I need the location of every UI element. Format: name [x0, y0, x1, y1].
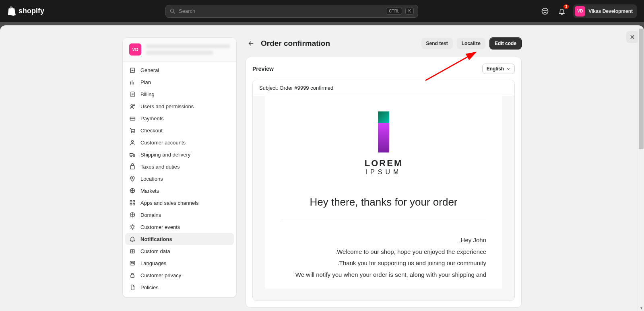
- scrollbar-thumb[interactable]: [639, 29, 644, 149]
- search-wrap: CTRL K: [51, 5, 533, 18]
- profile-menu[interactable]: VD Vikas Development: [573, 4, 637, 18]
- sidebar-item-label: Shipping and delivery: [140, 152, 190, 158]
- sidebar-item-policies[interactable]: Policies: [125, 281, 234, 293]
- svg-rect-27: [131, 275, 134, 277]
- search-bar[interactable]: CTRL K: [165, 5, 418, 18]
- shopify-logo[interactable]: shopify: [7, 6, 44, 16]
- close-overlay-button[interactable]: [626, 31, 638, 43]
- sidebar-item-label: Notifications: [140, 236, 172, 242]
- card-icon: [129, 115, 136, 122]
- main: Order confirmation Send test Localize Ed…: [246, 37, 522, 311]
- email-logo: LOREM IPSUM: [281, 111, 486, 176]
- email-line: .Welcome to our shop, hope you enjoyed t…: [281, 246, 486, 258]
- logo-text-1: LOREM: [365, 158, 402, 169]
- email-body: LOREM IPSUM Hey there, thanks for your o…: [253, 96, 514, 301]
- sidebar-item-label: Customer privacy: [140, 272, 181, 278]
- language-value: English: [487, 66, 504, 72]
- sidebar-item-markets[interactable]: Markets: [125, 185, 234, 197]
- svg-point-13: [132, 140, 134, 142]
- agent-icon: [541, 7, 549, 15]
- arrow-left-icon: [248, 40, 255, 47]
- localize-button[interactable]: Localize: [457, 38, 485, 49]
- email-line: ,Hey John: [281, 235, 486, 246]
- sidebar-item-languages[interactable]: Languages: [125, 257, 234, 269]
- email-line: .Thank you for supporting us and joining…: [281, 257, 486, 269]
- subject-label: Subject:: [259, 85, 278, 91]
- sidebar-item-checkout[interactable]: Checkout: [125, 124, 234, 136]
- subject-value: Order #9999 confirmed: [280, 85, 334, 91]
- send-test-button[interactable]: Send test: [421, 38, 453, 49]
- svg-rect-17: [130, 166, 134, 169]
- svg-point-11: [132, 132, 132, 133]
- topbar-right: 3 VD Vikas Development: [539, 4, 637, 18]
- sidebar-item-custom-data[interactable]: Custom data: [125, 245, 234, 257]
- sidebar-item-general[interactable]: General: [125, 64, 234, 76]
- sidebar-item-label: Customer events: [140, 224, 180, 230]
- sidebar-item-domains[interactable]: Domains: [125, 209, 234, 221]
- receipt-icon: [129, 91, 136, 97]
- search-icon: [170, 8, 175, 14]
- email-paragraphs: ,Hey John.Welcome to our shop, hope you …: [281, 235, 486, 280]
- page-title: Order confirmation: [261, 39, 417, 48]
- sidebar-item-locations[interactable]: Locations: [125, 173, 234, 185]
- shopify-bag-icon: [7, 6, 16, 16]
- sidebar-item-payments[interactable]: Payments: [125, 112, 234, 124]
- svg-rect-23: [133, 204, 135, 205]
- sidebar-item-label: Payments: [140, 115, 164, 122]
- sidebar-item-billing[interactable]: Billing: [125, 88, 234, 100]
- close-icon: [630, 34, 635, 40]
- sidebar-store-header[interactable]: VD: [123, 38, 236, 62]
- sidebar-item-label: Custom data: [140, 248, 170, 254]
- svg-point-16: [134, 156, 134, 157]
- logo-shape: [378, 111, 389, 152]
- sidebar-item-users-and-permissions[interactable]: Users and permissions: [125, 100, 234, 112]
- svg-point-9: [133, 105, 134, 106]
- users-icon: [129, 103, 136, 109]
- notification-badge: 3: [564, 4, 569, 9]
- back-button[interactable]: [246, 38, 257, 49]
- subject-bar: Subject: Order #9999 confirmed: [253, 80, 514, 96]
- grid-icon: [129, 200, 136, 206]
- lang-icon: [129, 260, 136, 266]
- sidebar-item-label: General: [140, 67, 159, 73]
- sidebar-item-customer-accounts[interactable]: Customer accounts: [125, 136, 234, 148]
- svg-rect-20: [130, 200, 132, 202]
- store-name-redacted: [146, 44, 230, 55]
- bag-icon: [129, 163, 136, 170]
- search-input[interactable]: [179, 8, 383, 14]
- sidebar-item-customer-privacy[interactable]: Customer privacy: [125, 269, 234, 281]
- svg-rect-26: [130, 261, 134, 265]
- sidebar-item-plan[interactable]: Plan: [125, 76, 234, 88]
- sidebar-item-taxes-and-duties[interactable]: Taxes and duties: [125, 161, 234, 173]
- sidebar-item-shipping-and-delivery[interactable]: Shipping and delivery: [125, 148, 234, 161]
- svg-point-2: [542, 8, 548, 14]
- language-select[interactable]: English: [482, 64, 515, 74]
- svg-point-12: [134, 132, 134, 133]
- page-header: Order confirmation Send test Localize Ed…: [246, 37, 522, 49]
- scrollbar-down-button[interactable]: ▾: [638, 305, 644, 311]
- svg-point-15: [131, 156, 132, 157]
- store-icon: [129, 67, 136, 73]
- sidebar-item-label: Plan: [140, 79, 151, 85]
- sidebar-item-customer-events[interactable]: Customer events: [125, 221, 234, 233]
- preview-header: Preview English: [252, 64, 515, 74]
- sidebar-item-apps-and-sales-channels[interactable]: Apps and sales channels: [125, 197, 234, 209]
- box-icon: [129, 248, 136, 254]
- preview-card: Preview English Subject: Order #9999 con…: [246, 57, 522, 308]
- svg-rect-22: [130, 204, 132, 205]
- vertical-scrollbar[interactable]: ▾: [638, 29, 644, 311]
- notifications-button[interactable]: 3: [556, 6, 568, 17]
- settings-overlay: ▾ VD GeneralPlanBillingUsers and permiss…: [0, 25, 644, 311]
- preview-title: Preview: [252, 66, 274, 72]
- doc-icon: [129, 284, 136, 290]
- status-icon[interactable]: [539, 6, 551, 17]
- person-icon: [129, 139, 136, 146]
- svg-rect-14: [130, 154, 133, 156]
- sidebar-item-notifications[interactable]: Notifications: [125, 233, 234, 245]
- globe-icon: [129, 187, 136, 194]
- edit-code-button[interactable]: Edit code: [489, 37, 522, 49]
- sidebar-item-label: Customer accounts: [140, 140, 186, 146]
- svg-rect-10: [130, 117, 135, 120]
- svg-point-4: [546, 10, 547, 11]
- email-line: We will notify you when your order is se…: [281, 269, 486, 281]
